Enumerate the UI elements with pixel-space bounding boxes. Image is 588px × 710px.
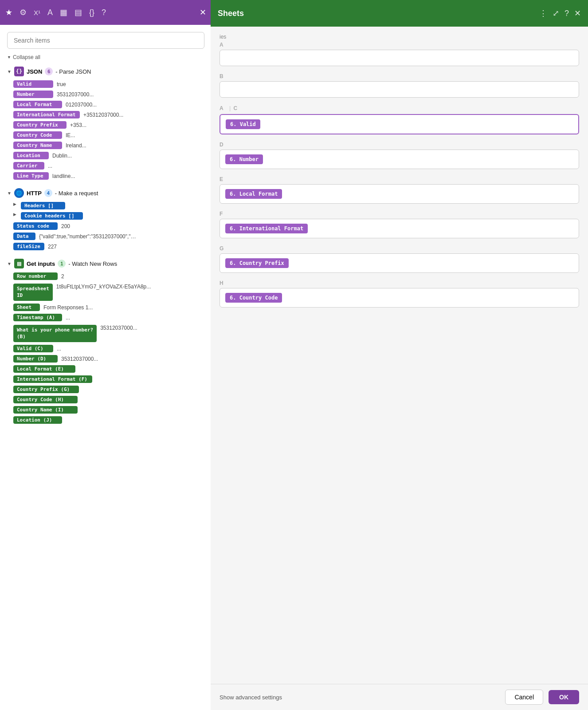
location-tag: Location [13,152,49,159]
col-h-input-area[interactable]: 6. Country Code [220,288,579,308]
get-inputs-header[interactable]: ▼ ▤ Get inputs 1 - Watch New Rows [0,256,212,271]
star-icon[interactable]: ★ [5,8,12,17]
number-d-value: 35312037000... [61,355,98,362]
collapse-all-button[interactable]: Collapse all [0,52,212,64]
cancel-button[interactable]: Cancel [505,690,543,705]
http-row-data: Data {"valid":true,"number":"35312037000… [0,231,212,241]
get-inputs-row-intl-format-f: International Format (F) [0,374,212,384]
json-row-country-prefix: Country Prefix +353... [0,120,212,130]
get-inputs-row-country-name-i: Country Name (I) [0,405,212,415]
json-row-intl-format: International Format +35312037000... [0,110,212,120]
http-section: ▼ 🌐 HTTP 4 - Make a request ▶ Headers []… [0,185,212,252]
col-e-label: E [220,176,579,182]
col-d-input-area[interactable]: 6. Number [220,150,579,169]
more-options-icon[interactable]: ⋮ [539,8,547,18]
json-icon: {} [14,67,24,76]
json-row-number: Number 35312037000... [0,89,212,99]
get-inputs-row-spreadsheet-id: Spreadsheet ID 1t8uFtLtpLYmG7_kYOVaZX-E5… [0,281,212,302]
status-code-value: 200 [61,222,70,229]
http-icon: 🌐 [14,188,24,198]
col-a-label: A [220,42,579,48]
col-c-input-wrap: 6. Valid [220,114,579,134]
form-field-c: 6. Valid [220,114,579,134]
ok-button[interactable]: OK [549,690,579,704]
sheets-icon: ▤ [14,259,24,268]
number-tag: Number [13,91,53,98]
form-field-f: F 6. International Format [220,211,579,238]
get-inputs-row-timestamp: Timestamp (A) ... [0,312,212,323]
col-e-input-area[interactable]: 6. Local Format [220,184,579,204]
country-code-value: IE... [66,131,75,138]
superscript-icon[interactable]: X¹ [34,9,40,16]
country-prefix-g-tag: Country Prefix (G) [13,386,79,393]
col-f-chip[interactable]: 6. International Format [225,224,308,233]
cookie-headers-expand-icon[interactable]: ▶ [13,212,16,217]
col-c-chip[interactable]: 6. Valid [226,119,260,129]
form-field-b: B [220,73,579,98]
dialog-footer: Show advanced settings Cancel OK [211,684,588,710]
show-advanced-link[interactable]: Show advanced settings [220,694,500,701]
form-field-h: H 6. Country Code [220,280,579,308]
col-h-label: H [220,280,579,286]
col-d-chip[interactable]: 6. Number [225,154,263,164]
headers-expand-icon[interactable]: ▶ [13,202,16,206]
search-area [0,25,212,52]
phone-tag: What is your phone number? (B) [13,325,97,342]
code-icon[interactable]: {} [89,8,94,17]
dialog-help-icon[interactable]: ? [564,9,569,18]
sheets-dialog: Sheets ⋮ ⤢ ? ✕ ies A B A | [211,0,588,710]
location-j-tag: Location (J) [13,416,62,424]
col-b-input[interactable] [220,81,579,98]
local-format-tag: Local Format [13,101,62,108]
search-input[interactable] [7,32,204,49]
form-field-g: G 6. Country Prefix [220,245,579,273]
line-type-value: landline... [52,172,75,179]
col-a-input[interactable] [220,50,579,66]
sheet-tag: Sheet [13,304,40,311]
row-number-tag: Row number [13,272,58,280]
cookie-headers-tag: Cookie headers [] [21,212,83,220]
toolbar: ★ ⚙ X¹ A ▦ ▤ {} ? ✕ [0,0,212,25]
valid-value: true [57,80,66,87]
http-section-header[interactable]: ▼ 🌐 HTTP 4 - Make a request [0,185,212,201]
get-inputs-row-location-j: Location (J) [0,415,212,425]
expand-icon[interactable]: ⤢ [553,8,559,18]
close-icon[interactable]: ✕ [200,8,206,17]
dialog-close-icon[interactable]: ✕ [574,8,581,18]
sheet-value: Form Responses 1... [43,304,93,311]
json-row-valid: Valid true [0,79,212,89]
filesize-tag: fileSize [13,243,44,250]
country-name-i-tag: Country Name (I) [13,406,78,414]
col-f-input-area[interactable]: 6. International Format [220,219,579,238]
get-inputs-toggle-icon: ▼ [7,261,12,266]
text-icon[interactable]: A [47,8,53,17]
col-e-chip[interactable]: 6. Local Format [225,189,282,199]
col-g-label: G [220,245,579,252]
valid-tag: Valid [13,80,53,88]
local-format-value: 012037000... [66,101,97,108]
get-inputs-row-country-prefix-g: Country Prefix (G) [0,384,212,394]
get-inputs-row-number: Row number 2 [0,271,212,281]
carrier-tag: Carrier [13,162,44,170]
country-prefix-tag: Country Prefix [13,121,67,129]
http-row-headers: ▶ Headers [] [0,201,212,211]
json-row-local-format: Local Format 012037000... [0,99,212,110]
intl-format-tag: International Format [13,111,80,118]
calendar-icon[interactable]: ▦ [60,8,67,17]
table-icon[interactable]: ▤ [74,8,82,17]
col-c-input-area[interactable]: 6. Valid [220,114,579,134]
get-inputs-subtitle: - Watch New Rows [68,260,117,267]
col-g-input-area[interactable]: 6. Country Prefix [220,253,579,273]
json-toggle-icon: ▼ [7,69,12,74]
location-value: Dublin... [52,152,72,159]
collapse-all-label: Collapse all [13,54,40,60]
col-g-chip[interactable]: 6. Country Prefix [225,258,289,268]
http-row-cookie-headers: ▶ Cookie headers [] [0,211,212,221]
gear-icon[interactable]: ⚙ [20,8,27,17]
filesize-value: 227 [48,243,57,250]
json-section-header[interactable]: ▼ {} JSON 6 - Parse JSON [0,64,212,79]
get-inputs-label: Get inputs [27,260,55,267]
panel-content: ▼ {} JSON 6 - Parse JSON Valid true Numb… [0,64,212,710]
col-h-chip[interactable]: 6. Country Code [225,293,282,303]
help-icon[interactable]: ? [102,8,106,17]
